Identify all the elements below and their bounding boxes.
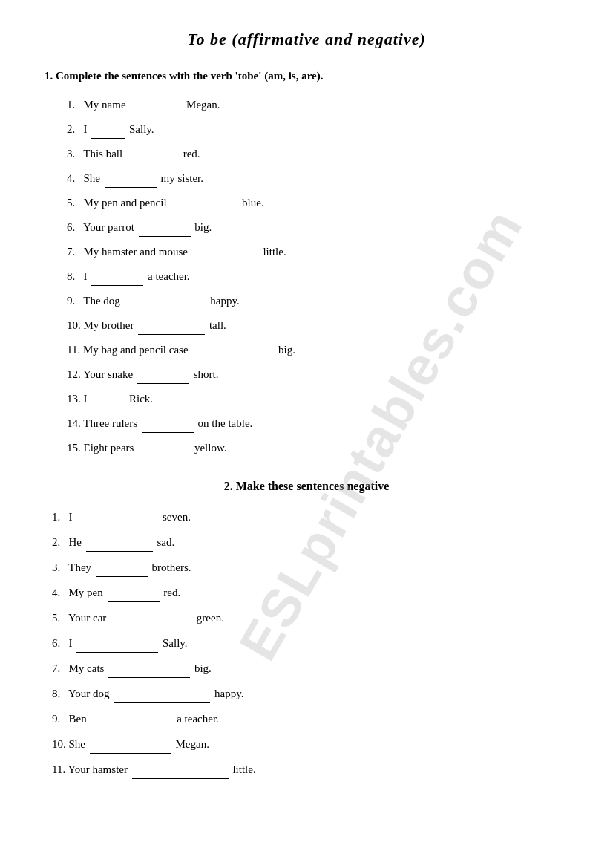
list-item: 11. Your hamster little. <box>52 760 568 779</box>
list-item: 7. My cats big. <box>52 659 568 678</box>
list-item: 6. I Sally. <box>52 634 568 653</box>
blank <box>91 267 143 286</box>
list-item: 10. My brother tall. <box>67 316 568 335</box>
list-item: 15. Eight pears yellow. <box>67 439 568 457</box>
blank <box>125 292 206 310</box>
list-item: 1. My name Megan. <box>67 96 568 114</box>
blank <box>171 194 237 212</box>
list-item: 5. My pen and pencil blue. <box>67 194 568 212</box>
list-item: 8. Your dog happy. <box>52 685 568 703</box>
blank <box>130 96 182 114</box>
blank <box>192 341 274 359</box>
blank <box>108 584 160 602</box>
blank <box>76 634 158 653</box>
list-item: 9. Ben a teacher. <box>52 710 568 728</box>
list-item: 13. I Rick. <box>67 390 568 408</box>
list-item: 4. She my sister. <box>67 169 568 188</box>
blank <box>114 685 210 703</box>
blank <box>91 120 125 139</box>
list-item: 2. He sad. <box>52 533 568 552</box>
list-item: 4. My pen red. <box>52 584 568 602</box>
list-item: 5. Your car green. <box>52 609 568 627</box>
section1-header: 1. Complete the sentences with the verb … <box>45 70 568 82</box>
list-item: 3. This ball red. <box>67 145 568 163</box>
blank <box>139 218 191 237</box>
list-item: 12. Your snake short. <box>67 365 568 384</box>
section1-list: 1. My name Megan. 2. I Sally. 3. This ba… <box>67 96 568 457</box>
blank <box>111 609 192 627</box>
blank <box>138 439 190 457</box>
blank <box>108 659 190 678</box>
list-item: 7. My hamster and mouse little. <box>67 243 568 261</box>
blank <box>91 390 125 408</box>
list-item: 9. The dog happy. <box>67 292 568 310</box>
list-item: 6. Your parrot big. <box>67 218 568 237</box>
list-item: 11. My bag and pencil case big. <box>67 341 568 359</box>
blank <box>138 316 205 335</box>
blank <box>127 145 179 163</box>
list-item: 2. I Sally. <box>67 120 568 139</box>
blank <box>105 169 157 188</box>
blank <box>192 243 259 261</box>
list-item: 1. I seven. <box>52 508 568 526</box>
blank <box>137 365 189 384</box>
blank <box>76 508 158 526</box>
blank <box>91 710 172 728</box>
section2-list: 1. I seven. 2. He sad. 3. They brothers.… <box>52 508 568 779</box>
list-item: 14. Three rulers on the table. <box>67 414 568 433</box>
blank <box>142 414 194 433</box>
section2-header: 2. Make these sentences negative <box>45 480 568 493</box>
page-title: To be (affirmative and negative) <box>45 30 568 49</box>
blank <box>96 558 148 577</box>
list-item: 3. They brothers. <box>52 558 568 577</box>
blank <box>86 533 153 552</box>
list-item: 10. She Megan. <box>52 735 568 754</box>
list-item: 8. I a teacher. <box>67 267 568 286</box>
blank <box>132 760 229 779</box>
blank <box>90 735 171 754</box>
